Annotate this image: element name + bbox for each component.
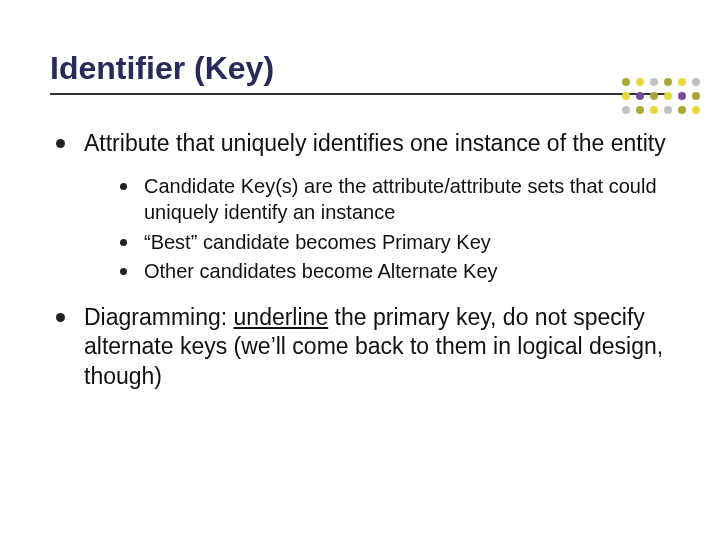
sub-bullet-item: “Best” candidate becomes Primary Key: [116, 230, 670, 256]
bullet-text-underlined: underline: [234, 304, 329, 330]
sub-bullet-item: Other candidates become Alternate Key: [116, 259, 670, 285]
sub-bullet-list: Candidate Key(s) are the attribute/attri…: [84, 174, 670, 284]
bullet-text-pre: Diagramming:: [84, 304, 234, 330]
bullet-text: Attribute that uniquely identifies one i…: [84, 130, 666, 156]
slide: Identifier (Key) Attribute that uniquely…: [0, 0, 720, 540]
sub-bullet-text: Candidate Key(s) are the attribute/attri…: [144, 175, 657, 223]
slide-title: Identifier (Key): [50, 50, 670, 95]
decorative-dots: [622, 78, 702, 116]
bullet-item: Diagramming: underline the primary key, …: [50, 303, 670, 391]
sub-bullet-item: Candidate Key(s) are the attribute/attri…: [116, 174, 670, 225]
bullet-item: Attribute that uniquely identifies one i…: [50, 129, 670, 285]
sub-bullet-text: “Best” candidate becomes Primary Key: [144, 231, 491, 253]
bullet-list: Attribute that uniquely identifies one i…: [50, 129, 670, 391]
sub-bullet-text: Other candidates become Alternate Key: [144, 260, 498, 282]
